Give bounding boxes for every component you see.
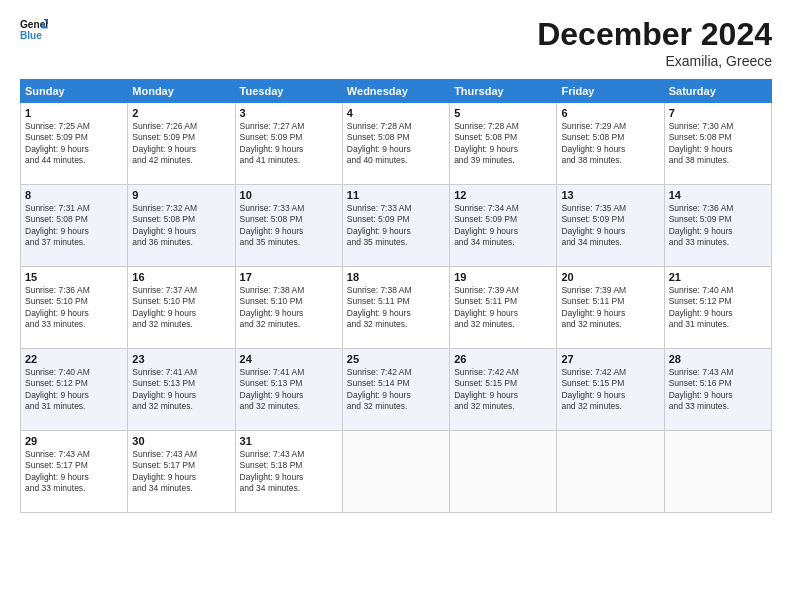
table-cell: 18Sunrise: 7:38 AM Sunset: 5:11 PM Dayli… <box>342 267 449 349</box>
table-cell: 21Sunrise: 7:40 AM Sunset: 5:12 PM Dayli… <box>664 267 771 349</box>
day-info: Sunrise: 7:30 AM Sunset: 5:08 PM Dayligh… <box>669 121 767 167</box>
table-cell <box>450 431 557 513</box>
day-number: 23 <box>132 353 230 365</box>
subtitle: Examilia, Greece <box>537 53 772 69</box>
page: General Blue December 2024 Examilia, Gre… <box>0 0 792 612</box>
logo-icon: General Blue <box>20 16 48 44</box>
day-number: 8 <box>25 189 123 201</box>
col-thursday: Thursday <box>450 80 557 103</box>
table-cell: 6Sunrise: 7:29 AM Sunset: 5:08 PM Daylig… <box>557 103 664 185</box>
table-cell: 26Sunrise: 7:42 AM Sunset: 5:15 PM Dayli… <box>450 349 557 431</box>
day-info: Sunrise: 7:43 AM Sunset: 5:17 PM Dayligh… <box>25 449 123 495</box>
day-info: Sunrise: 7:39 AM Sunset: 5:11 PM Dayligh… <box>561 285 659 331</box>
day-number: 15 <box>25 271 123 283</box>
week-row-2: 8Sunrise: 7:31 AM Sunset: 5:08 PM Daylig… <box>21 185 772 267</box>
day-number: 5 <box>454 107 552 119</box>
svg-text:Blue: Blue <box>20 30 42 41</box>
day-info: Sunrise: 7:37 AM Sunset: 5:10 PM Dayligh… <box>132 285 230 331</box>
table-cell <box>557 431 664 513</box>
day-number: 14 <box>669 189 767 201</box>
col-tuesday: Tuesday <box>235 80 342 103</box>
table-cell <box>664 431 771 513</box>
table-cell: 25Sunrise: 7:42 AM Sunset: 5:14 PM Dayli… <box>342 349 449 431</box>
day-info: Sunrise: 7:28 AM Sunset: 5:08 PM Dayligh… <box>454 121 552 167</box>
table-cell: 28Sunrise: 7:43 AM Sunset: 5:16 PM Dayli… <box>664 349 771 431</box>
table-cell: 4Sunrise: 7:28 AM Sunset: 5:08 PM Daylig… <box>342 103 449 185</box>
day-info: Sunrise: 7:34 AM Sunset: 5:09 PM Dayligh… <box>454 203 552 249</box>
title-block: December 2024 Examilia, Greece <box>537 16 772 69</box>
col-saturday: Saturday <box>664 80 771 103</box>
col-friday: Friday <box>557 80 664 103</box>
day-number: 6 <box>561 107 659 119</box>
table-cell: 1Sunrise: 7:25 AM Sunset: 5:09 PM Daylig… <box>21 103 128 185</box>
table-cell: 16Sunrise: 7:37 AM Sunset: 5:10 PM Dayli… <box>128 267 235 349</box>
day-info: Sunrise: 7:33 AM Sunset: 5:09 PM Dayligh… <box>347 203 445 249</box>
logo: General Blue <box>20 16 52 44</box>
day-number: 29 <box>25 435 123 447</box>
day-info: Sunrise: 7:41 AM Sunset: 5:13 PM Dayligh… <box>240 367 338 413</box>
day-info: Sunrise: 7:36 AM Sunset: 5:09 PM Dayligh… <box>669 203 767 249</box>
table-cell: 17Sunrise: 7:38 AM Sunset: 5:10 PM Dayli… <box>235 267 342 349</box>
table-cell: 9Sunrise: 7:32 AM Sunset: 5:08 PM Daylig… <box>128 185 235 267</box>
table-cell: 10Sunrise: 7:33 AM Sunset: 5:08 PM Dayli… <box>235 185 342 267</box>
day-info: Sunrise: 7:28 AM Sunset: 5:08 PM Dayligh… <box>347 121 445 167</box>
day-number: 7 <box>669 107 767 119</box>
table-cell: 7Sunrise: 7:30 AM Sunset: 5:08 PM Daylig… <box>664 103 771 185</box>
week-row-3: 15Sunrise: 7:36 AM Sunset: 5:10 PM Dayli… <box>21 267 772 349</box>
day-info: Sunrise: 7:26 AM Sunset: 5:09 PM Dayligh… <box>132 121 230 167</box>
table-cell: 5Sunrise: 7:28 AM Sunset: 5:08 PM Daylig… <box>450 103 557 185</box>
day-info: Sunrise: 7:38 AM Sunset: 5:11 PM Dayligh… <box>347 285 445 331</box>
day-number: 30 <box>132 435 230 447</box>
table-cell: 19Sunrise: 7:39 AM Sunset: 5:11 PM Dayli… <box>450 267 557 349</box>
day-number: 3 <box>240 107 338 119</box>
day-number: 25 <box>347 353 445 365</box>
week-row-4: 22Sunrise: 7:40 AM Sunset: 5:12 PM Dayli… <box>21 349 772 431</box>
day-info: Sunrise: 7:35 AM Sunset: 5:09 PM Dayligh… <box>561 203 659 249</box>
day-number: 12 <box>454 189 552 201</box>
day-number: 2 <box>132 107 230 119</box>
day-number: 1 <box>25 107 123 119</box>
day-info: Sunrise: 7:42 AM Sunset: 5:15 PM Dayligh… <box>454 367 552 413</box>
table-cell: 8Sunrise: 7:31 AM Sunset: 5:08 PM Daylig… <box>21 185 128 267</box>
day-info: Sunrise: 7:43 AM Sunset: 5:16 PM Dayligh… <box>669 367 767 413</box>
day-number: 31 <box>240 435 338 447</box>
table-cell: 29Sunrise: 7:43 AM Sunset: 5:17 PM Dayli… <box>21 431 128 513</box>
day-number: 16 <box>132 271 230 283</box>
day-number: 27 <box>561 353 659 365</box>
day-number: 10 <box>240 189 338 201</box>
day-info: Sunrise: 7:41 AM Sunset: 5:13 PM Dayligh… <box>132 367 230 413</box>
month-title: December 2024 <box>537 16 772 53</box>
table-cell: 14Sunrise: 7:36 AM Sunset: 5:09 PM Dayli… <box>664 185 771 267</box>
day-info: Sunrise: 7:38 AM Sunset: 5:10 PM Dayligh… <box>240 285 338 331</box>
col-sunday: Sunday <box>21 80 128 103</box>
table-cell <box>342 431 449 513</box>
table-cell: 15Sunrise: 7:36 AM Sunset: 5:10 PM Dayli… <box>21 267 128 349</box>
day-number: 13 <box>561 189 659 201</box>
day-info: Sunrise: 7:43 AM Sunset: 5:17 PM Dayligh… <box>132 449 230 495</box>
table-cell: 30Sunrise: 7:43 AM Sunset: 5:17 PM Dayli… <box>128 431 235 513</box>
col-monday: Monday <box>128 80 235 103</box>
day-info: Sunrise: 7:25 AM Sunset: 5:09 PM Dayligh… <box>25 121 123 167</box>
day-number: 19 <box>454 271 552 283</box>
day-number: 11 <box>347 189 445 201</box>
day-info: Sunrise: 7:29 AM Sunset: 5:08 PM Dayligh… <box>561 121 659 167</box>
day-number: 28 <box>669 353 767 365</box>
week-row-5: 29Sunrise: 7:43 AM Sunset: 5:17 PM Dayli… <box>21 431 772 513</box>
day-info: Sunrise: 7:39 AM Sunset: 5:11 PM Dayligh… <box>454 285 552 331</box>
day-number: 21 <box>669 271 767 283</box>
day-number: 9 <box>132 189 230 201</box>
day-info: Sunrise: 7:40 AM Sunset: 5:12 PM Dayligh… <box>25 367 123 413</box>
day-info: Sunrise: 7:27 AM Sunset: 5:09 PM Dayligh… <box>240 121 338 167</box>
table-cell: 11Sunrise: 7:33 AM Sunset: 5:09 PM Dayli… <box>342 185 449 267</box>
col-wednesday: Wednesday <box>342 80 449 103</box>
table-cell: 12Sunrise: 7:34 AM Sunset: 5:09 PM Dayli… <box>450 185 557 267</box>
table-cell: 22Sunrise: 7:40 AM Sunset: 5:12 PM Dayli… <box>21 349 128 431</box>
table-cell: 23Sunrise: 7:41 AM Sunset: 5:13 PM Dayli… <box>128 349 235 431</box>
table-cell: 24Sunrise: 7:41 AM Sunset: 5:13 PM Dayli… <box>235 349 342 431</box>
day-info: Sunrise: 7:31 AM Sunset: 5:08 PM Dayligh… <box>25 203 123 249</box>
day-number: 20 <box>561 271 659 283</box>
day-number: 17 <box>240 271 338 283</box>
day-info: Sunrise: 7:32 AM Sunset: 5:08 PM Dayligh… <box>132 203 230 249</box>
day-number: 24 <box>240 353 338 365</box>
day-info: Sunrise: 7:36 AM Sunset: 5:10 PM Dayligh… <box>25 285 123 331</box>
